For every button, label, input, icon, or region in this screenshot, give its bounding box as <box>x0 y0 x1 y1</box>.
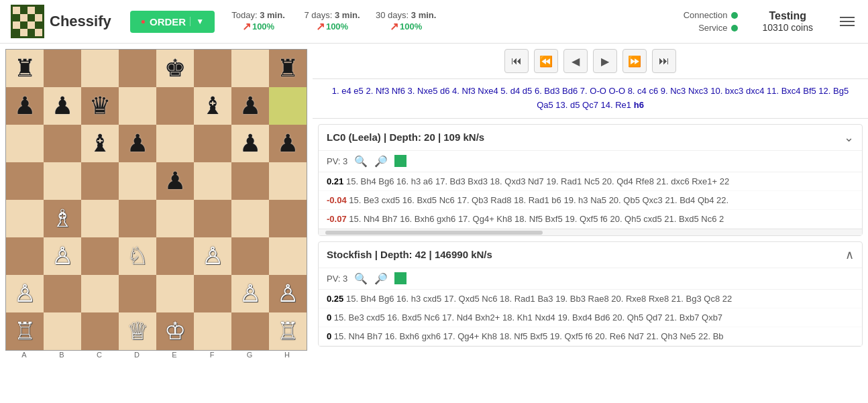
board-cell-f6[interactable] <box>194 125 231 162</box>
svg-rect-3 <box>28 7 35 14</box>
board-cell-e7[interactable] <box>156 87 194 125</box>
nav-next-button[interactable]: ▶ <box>593 49 617 73</box>
board-cell-g2[interactable]: ♙ <box>231 275 269 312</box>
board-cell-g8[interactable] <box>231 50 269 87</box>
zoom-out-stockfish-button[interactable]: 🔎 <box>374 272 388 285</box>
engine-lc0-scrollbar[interactable] <box>319 229 862 235</box>
board-cell-f3[interactable]: ♙ <box>194 237 231 275</box>
stat-today-label: Today: 3 min. <box>231 10 285 20</box>
stat-30days-label: 30 days: 3 min. <box>376 10 436 20</box>
board-cell-g5[interactable] <box>231 162 269 200</box>
board-cell-g7[interactable]: ♟ <box>231 87 269 125</box>
svg-rect-5 <box>13 14 20 21</box>
board-cell-d1[interactable]: ♕ <box>119 312 156 350</box>
board-cell-a6[interactable] <box>6 125 44 162</box>
board-cell-f1[interactable] <box>194 312 231 350</box>
board-cell-b5[interactable] <box>44 162 81 200</box>
testing-title: Testing <box>769 10 806 22</box>
svg-rect-16 <box>35 29 42 36</box>
board-cell-a5[interactable] <box>6 162 44 200</box>
board-cell-d7[interactable] <box>119 87 156 125</box>
board-cell-h3[interactable] <box>269 237 307 275</box>
board-cell-d5[interactable] <box>119 162 156 200</box>
board-cell-a3[interactable] <box>6 237 44 275</box>
board-cell-h5[interactable] <box>269 162 307 200</box>
engine-stockfish-collapse-button[interactable]: ∧ <box>845 247 854 262</box>
board-cell-d6[interactable]: ♟ <box>119 125 156 162</box>
board-cell-f4[interactable] <box>194 200 231 237</box>
svg-rect-1 <box>13 7 20 14</box>
board-cell-c1[interactable] <box>81 312 119 350</box>
board-cell-e5[interactable]: ♟ <box>156 162 194 200</box>
testing-area: Testing 10310 coins <box>762 10 813 33</box>
engines-area: LC0 (Leela) | Depth: 20 | 109 kN/s ⌄ PV:… <box>313 119 868 403</box>
board-cell-a1[interactable]: ♖ <box>6 312 44 350</box>
nav-first-button[interactable]: ⏮ <box>504 49 529 73</box>
board-cell-e8[interactable]: ♚ <box>156 50 194 87</box>
board-cell-g1[interactable] <box>231 312 269 350</box>
engine-lc0-collapse-button[interactable]: ⌄ <box>844 130 854 145</box>
board-cell-d2[interactable] <box>119 275 156 312</box>
svg-rect-4 <box>35 7 42 14</box>
board-cell-d4[interactable] <box>119 200 156 237</box>
board-cell-c2[interactable] <box>81 275 119 312</box>
board-cell-c3[interactable] <box>81 237 119 275</box>
board-cell-g4[interactable] <box>231 200 269 237</box>
nav-last-button[interactable]: ⏭ <box>652 49 676 73</box>
svg-rect-14 <box>20 29 28 36</box>
board-cell-h4[interactable] <box>269 200 307 237</box>
board-cell-d8[interactable] <box>119 50 156 87</box>
board-cell-h2[interactable]: ♙ <box>269 275 307 312</box>
zoom-out-lc0-button[interactable]: 🔎 <box>374 155 388 168</box>
board-cell-g6[interactable]: ♟ <box>231 125 269 162</box>
board-cell-h1[interactable]: ♖ <box>269 312 307 350</box>
board-cell-e2[interactable] <box>156 275 194 312</box>
board-cell-a8[interactable]: ♜ <box>6 50 44 87</box>
board-cell-b6[interactable] <box>44 125 81 162</box>
logo-area: Chessify <box>11 5 111 38</box>
board-cell-e6[interactable] <box>156 125 194 162</box>
board-cell-b1[interactable] <box>44 312 81 350</box>
board-cell-a4[interactable] <box>6 200 44 237</box>
zoom-in-stockfish-button[interactable]: 🔍 <box>354 272 368 285</box>
board-cell-b4[interactable]: ♗ <box>44 200 81 237</box>
engine-lc0-title: LC0 (Leela) | Depth: 20 | 109 kN/s <box>327 131 484 143</box>
analysis-panel: ⏮ ⏪ ◀ ▶ ⏩ ⏭ 1. e4 e5 2. Nf3 Nf6 3. Nxe5 … <box>313 44 868 403</box>
board-cell-f2[interactable] <box>194 275 231 312</box>
board-cell-d3[interactable]: ♘ <box>119 237 156 275</box>
board-cell-b2[interactable] <box>44 275 81 312</box>
board-cell-h7[interactable] <box>269 87 307 125</box>
moves-text: 1. e4 e5 2. Nf3 Nf6 3. Nxe5 d6 4. Nf3 Nx… <box>332 86 849 110</box>
board-cell-c5[interactable] <box>81 162 119 200</box>
board-cell-c4[interactable] <box>81 200 119 237</box>
order-dot: ● <box>141 17 146 26</box>
order-dropdown-arrow[interactable]: ▼ <box>190 17 204 26</box>
board-cell-e1[interactable]: ♔ <box>156 312 194 350</box>
board-files: ABCDEFGH <box>5 351 307 359</box>
board-cell-c6[interactable]: ♝ <box>81 125 119 162</box>
engine-stockfish-panel: Stockfish | Depth: 42 | 146990 kN/s ∧ PV… <box>318 241 863 347</box>
board-cell-b3[interactable]: ♙ <box>44 237 81 275</box>
hamburger-line-2 <box>840 21 855 22</box>
nav-fastprev-button[interactable]: ⏪ <box>534 49 558 73</box>
board-cell-b8[interactable] <box>44 50 81 87</box>
board-cell-c8[interactable] <box>81 50 119 87</box>
board-cell-f5[interactable] <box>194 162 231 200</box>
board-cell-c7[interactable]: ♛ <box>81 87 119 125</box>
board-cell-b7[interactable]: ♟ <box>44 87 81 125</box>
board-cell-f8[interactable] <box>194 50 231 87</box>
board-cell-g3[interactable] <box>231 237 269 275</box>
board-cell-a7[interactable]: ♟ <box>6 87 44 125</box>
stat-30days-value: ↗ 100% <box>390 20 422 33</box>
nav-prev-button[interactable]: ◀ <box>563 49 588 73</box>
board-cell-e3[interactable] <box>156 237 194 275</box>
board-cell-e4[interactable] <box>156 200 194 237</box>
hamburger-menu[interactable] <box>837 14 857 29</box>
nav-fastnext-button[interactable]: ⏩ <box>622 49 647 73</box>
board-cell-h6[interactable]: ♟ <box>269 125 307 162</box>
order-button[interactable]: ● ORDER ▼ <box>130 11 215 33</box>
board-cell-f7[interactable]: ♝ <box>194 87 231 125</box>
zoom-in-lc0-button[interactable]: 🔍 <box>354 155 368 168</box>
board-cell-h8[interactable]: ♜ <box>269 50 307 87</box>
board-cell-a2[interactable]: ♙ <box>6 275 44 312</box>
